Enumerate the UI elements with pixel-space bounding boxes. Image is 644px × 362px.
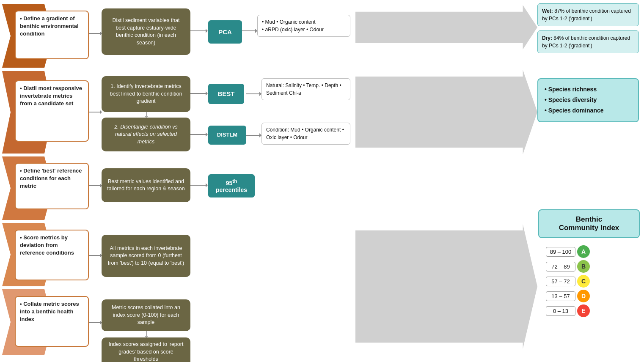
label-box-2: • Distil most responsive invertebrate me…: [15, 80, 89, 142]
grade-circle-D: D: [577, 290, 590, 302]
grade-range-D: 13 – 57: [546, 291, 575, 301]
wet-text: 87% of benthic condition captured by PCs…: [542, 8, 631, 22]
arrow-2a: [89, 112, 102, 112]
grade-row-E: 0 – 13 E: [546, 304, 590, 317]
arrow-2c: [190, 134, 207, 135]
main-diagram: • Define a gradient of benthic environme…: [0, 0, 644, 362]
label-box-4: • Score metrics by deviation from refere…: [15, 230, 89, 280]
process-box-3: Best metric values identified and tailor…: [102, 168, 190, 202]
pca-box: PCA: [208, 20, 242, 44]
bullets-row1: • Mud • Organic content • aRPD (oxic) la…: [257, 15, 350, 37]
process-box-2a: 1. Identify invertebrate metrics best li…: [102, 76, 190, 112]
bci-box: Benthic Community Index: [538, 209, 640, 238]
percentile-box: 95thpercentiles: [208, 174, 255, 197]
wet-box: Wet: 87% of benthic condition captured b…: [537, 3, 639, 26]
process-box-1: Distil sediment variables that best capt…: [102, 8, 190, 55]
process-box-5a: Metric scores collated into an index sco…: [102, 299, 190, 331]
label-box-1: • Define a gradient of benthic environme…: [15, 11, 89, 59]
big-arrow-row2: [355, 70, 537, 154]
grade-circle-A: A: [577, 245, 590, 258]
process-box-2b: 2. Disentangle condition vs natural effe…: [102, 118, 190, 151]
grade-circle-E: E: [577, 304, 590, 317]
grade-row-C: 57 – 72 C: [546, 275, 590, 288]
label-box-3: • Define 'best' reference conditions for…: [15, 163, 89, 209]
grade-range-C: 57 – 72: [546, 277, 575, 286]
grade-row-B: 72 – 89 B: [546, 260, 590, 273]
arrow-3a: [89, 185, 102, 186]
process-box-5b: Index scores assigned to 'report grades'…: [102, 337, 190, 362]
arrow-2b: [190, 93, 207, 94]
arrow-4a: [89, 255, 102, 256]
species-box: • Species richness • Species diversity •…: [537, 78, 639, 122]
arrow-2ab: [146, 112, 147, 118]
grade-circle-B: B: [577, 260, 590, 273]
grade-circle-C: C: [577, 275, 590, 288]
condition-box: Condition: Mud • Organic content • Oxic …: [261, 123, 350, 145]
dry-box: Dry: 84% of benthic condition captured b…: [537, 30, 639, 53]
grade-rows: 89 – 100 A 72 – 89 B 57 – 72 C 13 – 57 D…: [546, 245, 590, 319]
process-box-4: All metrics in each invertebrate sample …: [102, 235, 190, 277]
grade-range-E: 0 – 13: [546, 306, 575, 316]
arrow-5ab: [146, 331, 147, 337]
arrow-1c: [242, 30, 257, 31]
grade-row-D: 13 – 57 D: [546, 290, 590, 302]
label-box-5: • Collate metric scores into a benthic h…: [15, 296, 89, 347]
distlm-box: DISTLM: [208, 126, 246, 145]
arrow-2d: [246, 93, 261, 94]
grade-range-A: 89 – 100: [546, 247, 575, 257]
arrow-1a: [89, 33, 102, 34]
grade-row-A: 89 – 100 A: [546, 245, 590, 258]
best-box: BEST: [208, 84, 244, 104]
arrow-3b: [190, 185, 207, 186]
big-arrow-row45: [355, 224, 537, 349]
grade-range-B: 72 – 89: [546, 262, 575, 272]
big-arrow-row1: [355, 5, 537, 49]
arrow-5a: [89, 322, 102, 323]
arrow-1b: [190, 30, 207, 31]
dry-text: 84% of benthic condition captured by PCs…: [542, 35, 630, 49]
arrow-2e: [246, 135, 261, 136]
natural-box: Natural: Salinity • Temp. • Depth • Sedi…: [261, 78, 350, 100]
